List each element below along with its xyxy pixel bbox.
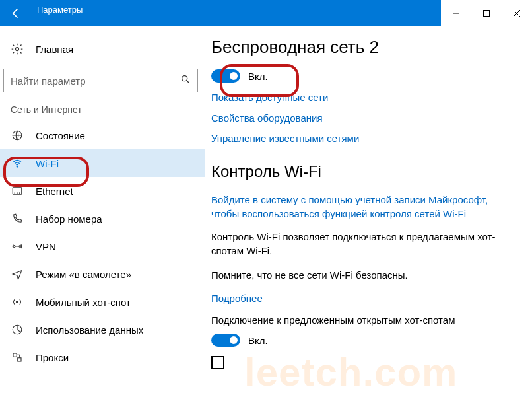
- svg-point-2: [182, 76, 187, 81]
- nav-home-label: Главная: [36, 44, 73, 55]
- svg-point-1: [16, 48, 19, 51]
- window-title: Параметры: [32, 5, 441, 15]
- nav-label: Прокси: [36, 352, 69, 363]
- svg-rect-0: [484, 11, 490, 17]
- svg-point-4: [17, 166, 18, 168]
- svg-point-7: [19, 246, 21, 248]
- maximize-button[interactable]: [471, 0, 502, 26]
- svg-rect-10: [13, 353, 17, 357]
- link-known-networks[interactable]: Управление известными сетями: [211, 133, 516, 144]
- heading-wifi-sense: Контроль Wi-Fi: [211, 162, 516, 181]
- ethernet-icon: [11, 185, 24, 197]
- nav-airplane[interactable]: Режим «в самолете»: [0, 260, 205, 288]
- phone-icon: [11, 213, 24, 225]
- minimize-button[interactable]: [441, 0, 471, 26]
- wifi-icon: [11, 157, 24, 169]
- nav-label: Набор номера: [36, 213, 102, 225]
- data-icon: [11, 324, 24, 336]
- svg-rect-11: [18, 358, 21, 361]
- open-hotspot-toggle[interactable]: [211, 334, 240, 347]
- vpn-icon: [11, 240, 24, 252]
- nav-hotspot[interactable]: Мобильный хот-спот: [0, 288, 205, 316]
- sidebar-section-label: Сеть и Интернет: [0, 104, 205, 115]
- link-signin-ms[interactable]: Войдите в систему с помощью учетной запи…: [211, 193, 516, 221]
- nav-label: VPN: [36, 241, 56, 252]
- sidebar: Главная Сеть и Интернет Состояние Wi-Fi …: [0, 26, 205, 395]
- globe-icon: [11, 129, 24, 141]
- airplane-icon: [11, 268, 24, 280]
- gear-icon: [11, 42, 24, 55]
- nav-label: Ethernet: [36, 186, 73, 197]
- nav-vpn[interactable]: VPN: [0, 233, 205, 260]
- wifi-toggle[interactable]: [211, 69, 240, 83]
- close-button[interactable]: [502, 0, 532, 26]
- back-button[interactable]: [0, 0, 32, 26]
- proxy-icon: [11, 351, 24, 363]
- link-show-networks[interactable]: Показать доступные сети: [211, 92, 516, 103]
- nav-label: Использование данных: [36, 324, 143, 336]
- nav-status[interactable]: Состояние: [0, 122, 205, 149]
- checkbox-banner[interactable]: [211, 356, 224, 369]
- nav-proxy[interactable]: Прокси: [0, 343, 205, 371]
- link-hardware-props[interactable]: Свойства оборудования: [211, 112, 516, 124]
- svg-point-8: [17, 301, 18, 303]
- heading-wireless: Беспроводная сеть 2: [211, 37, 516, 57]
- link-learn-more[interactable]: Подробнее: [211, 293, 516, 304]
- wifi-toggle-label: Вкл.: [248, 71, 268, 82]
- nav-label: Режим «в самолете»: [36, 269, 131, 280]
- search-icon: [180, 74, 191, 87]
- nav-home[interactable]: Главная: [0, 37, 205, 61]
- nav-label: Wi-Fi: [36, 158, 59, 169]
- hotspot-icon: [11, 296, 24, 308]
- main-panel: Беспроводная сеть 2 Вкл. Показать доступ…: [205, 26, 532, 395]
- nav-datausage[interactable]: Использование данных: [0, 316, 205, 343]
- nav-wifi[interactable]: Wi-Fi: [0, 149, 205, 177]
- search-input[interactable]: [11, 75, 180, 87]
- titlebar: Параметры: [0, 0, 532, 26]
- nav-dialup[interactable]: Набор номера: [0, 205, 205, 233]
- nav-ethernet[interactable]: Ethernet: [0, 177, 205, 205]
- svg-point-6: [13, 246, 15, 248]
- nav-label: Мобильный хот-спот: [36, 297, 131, 308]
- text-wifi-sense-desc: Контроль Wi-Fi позволяет подключаться к …: [211, 230, 516, 258]
- text-wifi-warning: Помните, что не все сети Wi-Fi безопасны…: [211, 268, 516, 282]
- search-box[interactable]: [3, 69, 198, 92]
- open-hotspot-toggle-label: Вкл.: [248, 335, 268, 346]
- nav-label: Состояние: [36, 130, 85, 141]
- text-connect-open: Подключение к предложенным открытым хот-…: [211, 313, 516, 327]
